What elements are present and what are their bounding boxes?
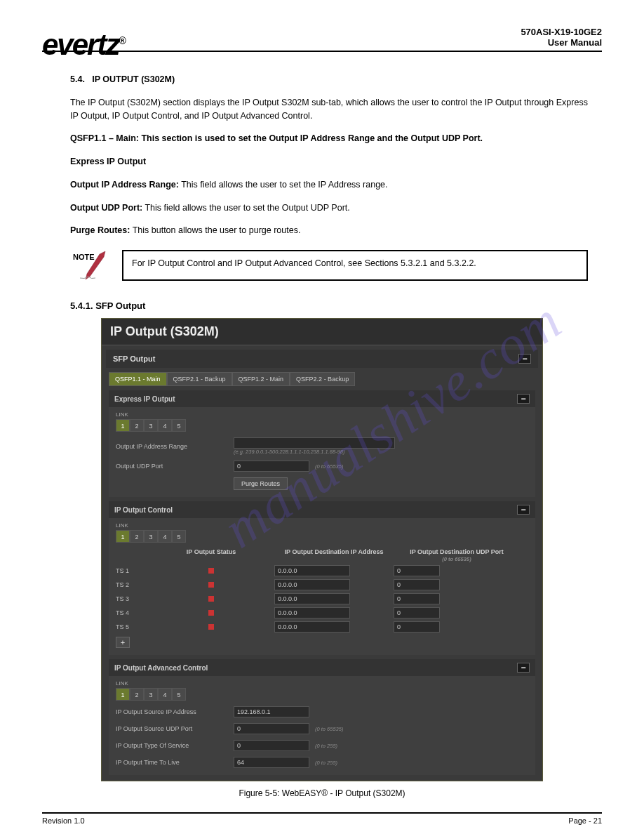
dest-port-input[interactable] — [394, 621, 440, 633]
ip-range-hint: (e.g. 239.0.0.1-500,228.1.1.1-10,238.1.1… — [234, 449, 395, 455]
link-tabs: 1 2 3 4 5 — [116, 688, 528, 701]
status-indicator — [208, 568, 214, 574]
link-tab-5[interactable]: 5 — [172, 419, 186, 432]
control-title-text: IP Output Control — [114, 506, 173, 514]
dest-ip-input[interactable] — [274, 607, 350, 618]
registered-mark: ® — [119, 35, 124, 46]
express-heading: Express IP Output — [70, 157, 146, 166]
collapse-icon[interactable]: − — [517, 505, 530, 515]
adv-hint: (0 to 255) — [315, 743, 337, 749]
col-dest-port-wrap: IP Output Destination UDP Port (0 to 655… — [394, 548, 520, 562]
dest-port-input[interactable] — [394, 593, 440, 604]
purge-routes-button[interactable]: Purge Routes — [234, 477, 288, 490]
adv-tos-input[interactable] — [234, 740, 309, 751]
tab-qsfp22-backup[interactable]: QSFP2.2 - Backup — [290, 372, 355, 386]
link-tab-3[interactable]: 3 — [144, 419, 158, 432]
status-indicator — [208, 582, 214, 588]
defn-purge-text: This button allows the user to purge rou… — [130, 225, 300, 235]
dest-ip-input[interactable] — [274, 621, 350, 633]
ip-output-advanced-panel: IP Output Advanced Control − LINK 1 2 3 … — [109, 659, 535, 775]
adv-hint: (0 to 255) — [315, 760, 337, 766]
ui-screenshot: IP Output (S302M) SFP Output − QSFP1.1 -… — [101, 318, 543, 781]
table-row: TS 2 — [116, 579, 528, 590]
table-row: TS 4 — [116, 607, 528, 618]
link-tab-2[interactable]: 2 — [130, 688, 144, 701]
control-panel-title[interactable]: IP Output Control − — [109, 501, 535, 518]
dest-port-input[interactable] — [394, 565, 440, 576]
output-ip-range-input[interactable] — [234, 437, 395, 449]
defn-range-label: Output IP Address Range: — [70, 180, 179, 190]
link-tab-4[interactable]: 4 — [158, 419, 172, 432]
tab-qsfp11-main[interactable]: QSFP1.1 - Main — [109, 372, 167, 386]
row-label: TS 3 — [116, 595, 148, 602]
link-tab-4[interactable]: 4 — [158, 530, 172, 543]
product-id: 570ASI-X19-10GE2 — [42, 27, 602, 37]
adv-src-ip-input[interactable] — [234, 706, 309, 717]
sfp-output-label: SFP Output — [113, 355, 155, 363]
output-udp-port-input[interactable] — [234, 461, 309, 472]
link-tab-5[interactable]: 5 — [172, 688, 186, 701]
dest-port-input[interactable] — [394, 607, 440, 618]
status-indicator — [208, 596, 214, 602]
collapse-icon[interactable]: − — [517, 394, 530, 404]
status-indicator — [208, 610, 214, 616]
link-tab-1[interactable]: 1 — [116, 419, 130, 432]
link-tabs: 1 2 3 4 5 — [116, 419, 528, 432]
row-label: TS 2 — [116, 581, 148, 588]
col-status: IP Output Status — [148, 548, 274, 562]
adv-ttl-input[interactable] — [234, 757, 309, 768]
link-tab-1[interactable]: 1 — [116, 530, 130, 543]
doc-header-right: 570ASI-X19-10GE2 User Manual — [42, 27, 602, 48]
link-label: LINK — [116, 680, 528, 687]
link-tab-4[interactable]: 4 — [158, 688, 172, 701]
note-block: NOTE For IP Output Control and IP Output… — [70, 250, 588, 286]
dest-ip-input[interactable] — [274, 579, 350, 590]
col-dest-port: IP Output Destination UDP Port — [410, 548, 504, 555]
link-label: LINK — [116, 522, 528, 529]
footer-page: Page - 21 — [568, 816, 602, 825]
status-indicator — [208, 624, 214, 630]
express-ip-output-panel: Express IP Output − LINK 1 2 3 4 5 Outpu… — [109, 390, 535, 497]
defn-purge-label: Purge Routes: — [70, 225, 130, 235]
adv-hint: (0 to 65535) — [315, 726, 343, 732]
panel-title: IP Output (S302M) — [102, 319, 542, 345]
dest-port-input[interactable] — [394, 579, 440, 590]
link-tab-2[interactable]: 2 — [130, 419, 144, 432]
adv-src-ip-label: IP Output Source IP Address — [116, 708, 228, 715]
link-tab-5[interactable]: 5 — [172, 530, 186, 543]
output-ip-range-label: Output IP Address Range — [116, 443, 228, 450]
express-title-text: Express IP Output — [114, 395, 175, 403]
link-tab-3[interactable]: 3 — [144, 530, 158, 543]
tab-qsfp21-backup[interactable]: QSFP2.1 - Backup — [167, 372, 232, 386]
link-tab-3[interactable]: 3 — [144, 688, 158, 701]
note-textbox: For IP Output Control and IP Output Adva… — [122, 250, 588, 281]
link-tab-1[interactable]: 1 — [116, 688, 130, 701]
section-title: IP OUTPUT (S302M) — [92, 74, 175, 84]
collapse-icon[interactable]: − — [518, 354, 531, 364]
link-tabs: 1 2 3 4 5 — [116, 530, 528, 543]
table-row: TS 3 — [116, 593, 528, 604]
defn-udp: Output UDP Port: This field allows the u… — [70, 201, 588, 215]
tab-qsfp12-main[interactable]: QSFP1.2 - Main — [232, 372, 290, 386]
adv-src-udp-input[interactable] — [234, 723, 309, 734]
dest-ip-input[interactable] — [274, 593, 350, 604]
advanced-title-text: IP Output Advanced Control — [114, 664, 208, 672]
sfp-output-heading: 5.4.1. SFP Output — [70, 300, 588, 311]
svg-text:NOTE: NOTE — [73, 253, 95, 261]
dest-ip-input[interactable] — [274, 565, 350, 576]
row-label: TS 4 — [116, 609, 148, 616]
add-row-button[interactable]: + — [116, 637, 130, 648]
output-udp-port-label: Output UDP Port — [116, 463, 228, 470]
express-panel-title[interactable]: Express IP Output − — [109, 390, 535, 407]
page-header: evertz® 570ASI-X19-10GE2 User Manual — [42, 28, 602, 52]
collapse-icon[interactable]: − — [517, 663, 530, 673]
sfp-output-bar[interactable]: SFP Output − — [106, 350, 538, 368]
intro-paragraph-1: The IP Output (S302M) section displays t… — [70, 96, 588, 123]
page-footer: Revision 1.0 Page - 21 — [42, 812, 602, 825]
table-row: TS 5 — [116, 621, 528, 633]
link-tab-2[interactable]: 2 — [130, 530, 144, 543]
qsfp-tabs: QSFP1.1 - Main QSFP2.1 - Backup QSFP1.2 … — [109, 372, 538, 386]
advanced-panel-title[interactable]: IP Output Advanced Control − — [109, 659, 535, 676]
note-icon: NOTE — [70, 250, 112, 286]
link-label: LINK — [116, 411, 528, 418]
